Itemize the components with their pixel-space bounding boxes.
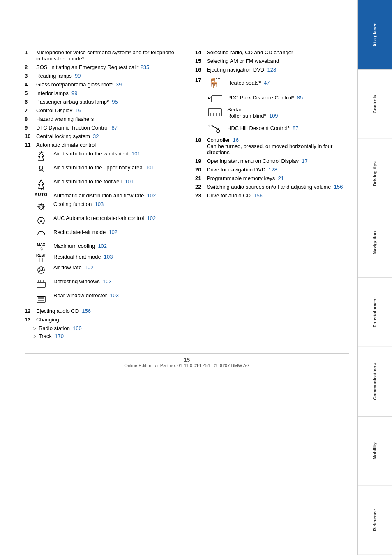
svg-rect-24 [37,282,45,287]
link-99-reading[interactable]: 99 [75,73,81,79]
sidebar-tab-at-a-glance[interactable]: At a glance [358,0,392,69]
link-32[interactable]: 32 [93,133,99,139]
list-item-22: 22 Switching audio sources on/off and ad… [195,184,349,190]
climate-icon-auc: A AUC Automatic recirculated-air control… [33,215,179,227]
link-101-windshield[interactable]: 101 [131,150,141,157]
svg-text:⊹: ⊹ [208,124,211,128]
air-footwell-icon [35,178,47,190]
svg-line-5 [39,170,39,172]
svg-marker-22 [44,233,45,235]
link-102-airflow[interactable]: 102 [85,264,94,271]
link-156-cd[interactable]: 156 [254,192,263,199]
link-99-interior[interactable]: 99 [71,90,77,96]
list-item-2: 2 SOS: initiating an Emergency Request c… [25,64,179,70]
sidebar-tab-reference[interactable]: Reference [358,486,392,555]
climate-icon-auto: AUTO Automatic air distribution and flow… [33,192,179,199]
sidebar-tab-mobility[interactable]: Mobility [358,416,392,486]
svg-line-16 [43,208,44,209]
link-16-control[interactable]: 16 [75,107,81,113]
list-item-15: 15 Selecting AM or FM waveband [195,58,349,64]
link-102-max[interactable]: 102 [98,243,107,249]
svg-line-1 [39,152,39,153]
svg-line-15 [39,204,39,205]
link-103-defrost[interactable]: 103 [103,278,112,284]
svg-line-18 [39,208,39,209]
link-39[interactable]: 39 [116,81,122,88]
svg-line-17 [43,204,44,205]
list-item-16: 16 Ejecting navigation DVD 128 [195,67,349,73]
list-item-1: 1 Microphone for voice command system* a… [25,49,179,62]
sidebar-tab-navigation[interactable]: Navigation [358,208,392,278]
list-item-6: 6 Passenger airbag status lamp* 95 [25,99,179,105]
link-235[interactable]: 235 [141,64,150,70]
list-item-13: 13 Changing [25,317,179,323]
recirc-icon [35,229,47,240]
air-upper-icon [35,164,47,176]
link-95[interactable]: 95 [112,99,118,105]
svg-line-2 [43,152,43,153]
link-102-auc[interactable]: 102 [147,215,156,221]
sub-item-radio: ▷ Radio station 160 [33,325,179,331]
svg-text:A: A [40,219,43,223]
climate-icon-upper: Air distribution to the upper body area … [33,164,179,176]
list-item-20: 20 Drive for navigation DVD 128 [195,166,349,173]
list-item-5: 5 Interior lamps 99 [25,90,179,96]
link-47[interactable]: 47 [264,80,270,86]
list-item-3: 3 Reading lamps 99 [25,73,179,79]
sidebar-tab-controls[interactable]: Controls [358,69,392,139]
climate-icon-defrost: Defrosting windows 103 [33,278,179,290]
list-item-8: 8 Hazard warning flashers [25,116,179,122]
pdc-icon: P [208,92,222,103]
link-102-recirc[interactable]: 102 [108,229,118,235]
svg-point-3 [39,166,43,169]
sidebar: At a glance Controls Driving tips Naviga… [357,0,392,555]
auc-icon: A [35,215,47,227]
link-87-hdc[interactable]: 87 [293,125,298,131]
sidebar-tab-communications[interactable]: Communications [358,347,392,416]
link-21[interactable]: 21 [278,175,284,181]
climate-icon-airflow: Air flow rate 102 [33,264,179,276]
link-103-cooling[interactable]: 103 [95,201,104,207]
list-item-9: 9 DTC Dynamic Traction Control 87 [25,125,179,131]
sub-item-track: ▷ Track 170 [33,333,179,339]
svg-line-9 [43,188,43,190]
list-item-18: 18 Controller 16Can be turned, pressed, … [195,137,349,155]
link-128-nav[interactable]: 128 [267,67,276,73]
link-103-rear-defrost[interactable]: 103 [110,292,119,298]
link-128-drive[interactable]: 128 [268,166,277,173]
icon-pdc: P PDC Park Distance Control* 85 [207,92,303,103]
list-item-21: 21 Programmable memory keys 21 [195,175,349,181]
link-17[interactable]: 17 [302,158,307,164]
air-windshield-icon [35,150,47,162]
sidebar-tab-entertainment[interactable]: Entertainment [358,278,392,347]
heated-seats-icon: 🪑 [208,77,222,88]
link-101-footwell[interactable]: 101 [125,178,134,185]
list-item-12: 12 Ejecting audio CD 156 [25,308,179,314]
icon-hdc: ⊹ HDC Hill Descent Control* 87 [207,122,303,134]
link-170[interactable]: 170 [55,333,64,339]
cooling-icon [35,201,47,213]
svg-line-8 [39,188,39,190]
svg-text:P: P [208,96,211,101]
link-103-rest[interactable]: 103 [104,254,113,260]
link-101-upper[interactable]: 101 [145,164,154,171]
link-156-audio-cd[interactable]: 156 [82,308,91,314]
svg-line-6 [43,170,43,172]
sidebar-tab-driving-tips[interactable]: Driving tips [358,139,392,208]
hdc-icon: ⊹ [208,122,222,134]
link-16-controller[interactable]: 16 [233,137,239,143]
link-87-dtc[interactable]: 87 [112,125,118,131]
rear-defrost-icon [35,292,47,304]
page-footer: 15 Online Edition for Part no. 01 41 0 0… [25,353,349,368]
list-item-14: 14 Selecting radio, CD and CD changer [195,49,349,56]
link-160[interactable]: 160 [73,325,82,331]
link-102-auto[interactable]: 102 [147,192,156,199]
link-156-audio[interactable]: 156 [334,184,343,190]
icon-heated-seats: 🪑 Heated seats* 47 [207,77,303,88]
link-109[interactable]: 109 [269,113,278,119]
roller-icon [208,107,222,118]
svg-rect-30 [37,296,45,302]
airflow-icon [35,264,47,276]
climate-icon-recirc: Recirculated-air mode 102 [33,229,179,240]
link-85[interactable]: 85 [297,95,303,101]
